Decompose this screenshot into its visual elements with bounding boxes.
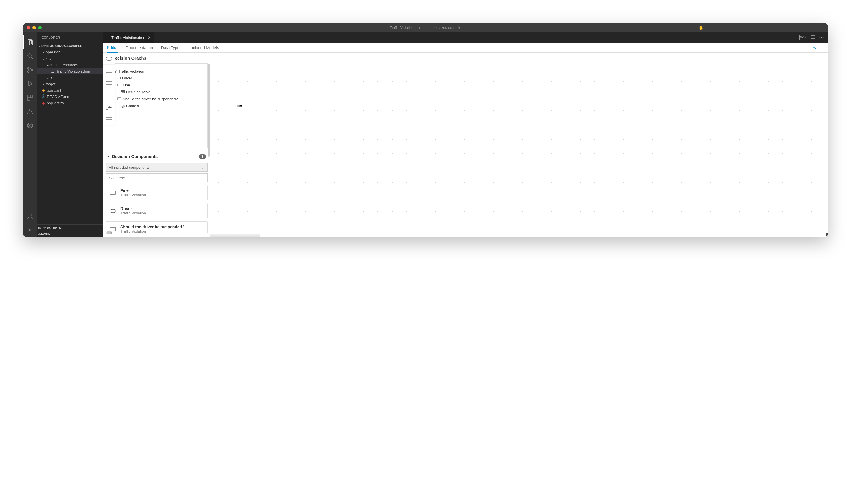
tree-row-context[interactable]: ◎ Context <box>108 102 206 109</box>
tree-label: Should the driver be suspended? <box>123 97 178 101</box>
decision-node-icon <box>109 191 116 195</box>
tree-row-root[interactable]: ▼ Traffic Violation <box>108 68 206 75</box>
activity-bar <box>23 32 37 237</box>
component-source: Traffic Violation <box>120 193 146 197</box>
diagram-canvas[interactable]: abc Should the driver be suspended? Fine… <box>103 53 828 237</box>
palette-text-annotation-icon[interactable]: abc <box>103 101 115 113</box>
tree-item-readme[interactable]: ⓘ README.md <box>37 93 103 100</box>
chevron-right-icon: › <box>46 75 50 80</box>
svg-line-15 <box>28 124 30 125</box>
components-filter-select[interactable]: All included components ⌄ <box>106 163 208 172</box>
tree-label: Context <box>126 104 139 108</box>
project-header[interactable]: ⌄ DMN-QUARKUS-EXAMPLE <box>37 42 103 49</box>
svg-line-16 <box>31 126 33 127</box>
keyboard-shortcuts-icon[interactable]: ⌨ <box>106 231 112 235</box>
svg-point-20 <box>29 229 31 231</box>
svg-line-18 <box>31 124 33 125</box>
tab-data-types[interactable]: Data Types <box>161 43 182 53</box>
canvas-grid <box>103 53 828 237</box>
sidebar-header: EXPLORER ⋯ <box>37 32 103 42</box>
tree-row-driver[interactable]: Driver <box>108 75 206 82</box>
accounts-icon[interactable] <box>23 209 37 223</box>
more-actions-icon[interactable]: ⋯ <box>819 35 824 40</box>
svg-line-17 <box>28 126 30 127</box>
tree-row-fine[interactable]: ▼ Fine <box>108 82 206 88</box>
tree-item-target[interactable]: › target <box>37 80 103 87</box>
chevron-down-icon: ⌄ <box>201 165 205 169</box>
component-item-suspended[interactable]: Should the driver be suspended? Traffic … <box>106 221 208 234</box>
titlebar: Traffic Violation.dmn — dmn-quarkus-exam… <box>23 23 828 32</box>
tab-documentation[interactable]: Documentation <box>126 43 153 53</box>
tree-item-traffic-violation[interactable]: ≣ Traffic Violation.dmn <box>37 68 103 74</box>
panel-scrollbar[interactable] <box>208 64 210 197</box>
tree-label: Decision Table <box>126 90 151 94</box>
tree-item-pom[interactable]: ◆ pom.xml <box>37 87 103 93</box>
palette-decision-service-icon[interactable] <box>103 113 115 125</box>
tree-label: Traffic Violation <box>119 69 144 73</box>
split-editor-icon[interactable] <box>811 35 815 40</box>
node-fine-decision[interactable]: Fine <box>224 98 253 112</box>
app-body: EXPLORER ⋯ ⌄ DMN-QUARKUS-EXAMPLE › opera… <box>23 32 828 237</box>
svg-line-24 <box>815 48 816 49</box>
extensions-icon[interactable] <box>23 91 37 105</box>
palette-bkm-icon[interactable] <box>103 77 115 89</box>
tree-label: Fine <box>123 83 130 87</box>
test-icon[interactable] <box>23 105 37 119</box>
tree-item-test[interactable]: › test <box>37 74 103 80</box>
settings-gear-icon[interactable] <box>23 223 37 237</box>
sidebar: EXPLORER ⋯ ⌄ DMN-QUARKUS-EXAMPLE › opera… <box>37 32 103 237</box>
source-control-icon[interactable] <box>23 63 37 77</box>
component-name: Should the driver be suspended? <box>120 224 185 229</box>
tree-label: pom.xml <box>47 88 61 92</box>
decision-graphs-header[interactable]: ▼ Decision Graphs <box>103 53 210 63</box>
palette-knowledge-source-icon[interactable] <box>103 89 115 101</box>
sidebar-section-npm[interactable]: › NPM SCRIPTS <box>37 224 103 231</box>
sidebar-section-maven[interactable]: › MAVEN <box>37 231 103 237</box>
sidebar-title: EXPLORER <box>42 36 60 39</box>
kubernetes-icon[interactable] <box>23 119 37 132</box>
dmn-tabs: Editor Documentation Data Types Included… <box>103 43 828 53</box>
components-search-input[interactable] <box>106 174 208 182</box>
run-debug-icon[interactable] <box>23 77 37 91</box>
svg-rect-41 <box>118 84 121 86</box>
maximize-window-button[interactable] <box>38 26 42 30</box>
palette-decision-icon[interactable] <box>103 65 115 77</box>
window-title: Traffic Violation.dmn — dmn-quarkus-exam… <box>390 26 462 30</box>
search-icon[interactable] <box>812 45 816 50</box>
svg-line-3 <box>31 57 33 59</box>
search-icon[interactable] <box>23 49 37 63</box>
component-item-fine[interactable]: Fine Traffic Violation <box>106 185 208 200</box>
file-lines-icon: ≣ <box>106 36 109 40</box>
tab-label: Traffic Violation.dmn <box>111 36 145 40</box>
ruby-file-icon: ◆ <box>41 101 46 105</box>
export-svg-icon[interactable]: SVG <box>799 35 806 40</box>
tree-label: src <box>46 56 51 61</box>
palette-input-icon[interactable] <box>103 53 115 65</box>
tab-editor[interactable]: Editor <box>107 43 118 53</box>
explorer-icon[interactable] <box>23 35 37 49</box>
window-controls <box>27 26 42 30</box>
svg-line-39 <box>116 71 116 72</box>
tab-traffic-violation[interactable]: ≣ Traffic Violation.dmn ✕ <box>103 32 154 43</box>
tab-included-models[interactable]: Included Models <box>189 43 219 53</box>
decision-node-icon <box>117 97 122 100</box>
component-item-driver[interactable]: Driver Traffic Violation <box>106 203 208 218</box>
tree-item-src[interactable]: ⌄ src <box>37 55 103 61</box>
sidebar-more-icon[interactable]: ⋯ <box>95 36 99 39</box>
table-icon <box>120 90 125 93</box>
tree-item-request[interactable]: ◆ request.rb <box>37 100 103 106</box>
input-node-icon <box>109 209 116 213</box>
tree-row-suspended[interactable]: ▼ Should the driver be suspended? <box>108 95 206 102</box>
tree-label: README.md <box>47 94 69 99</box>
component-source: Traffic Violation <box>120 229 185 234</box>
tree-item-operator[interactable]: › operator <box>37 49 103 55</box>
close-icon[interactable]: ✕ <box>148 36 151 40</box>
close-window-button[interactable] <box>27 26 30 30</box>
minimize-window-button[interactable] <box>32 26 36 30</box>
chevron-down-icon: ⌄ <box>41 56 46 61</box>
tree-row-decision-table[interactable]: Decision Table <box>108 88 206 95</box>
decision-components-header[interactable]: ▼ Decision Components 3 <box>103 151 210 162</box>
svg-rect-48 <box>110 191 116 195</box>
svg-point-23 <box>813 46 815 48</box>
tree-item-main-resources[interactable]: ⌄ main / resources <box>37 61 103 68</box>
